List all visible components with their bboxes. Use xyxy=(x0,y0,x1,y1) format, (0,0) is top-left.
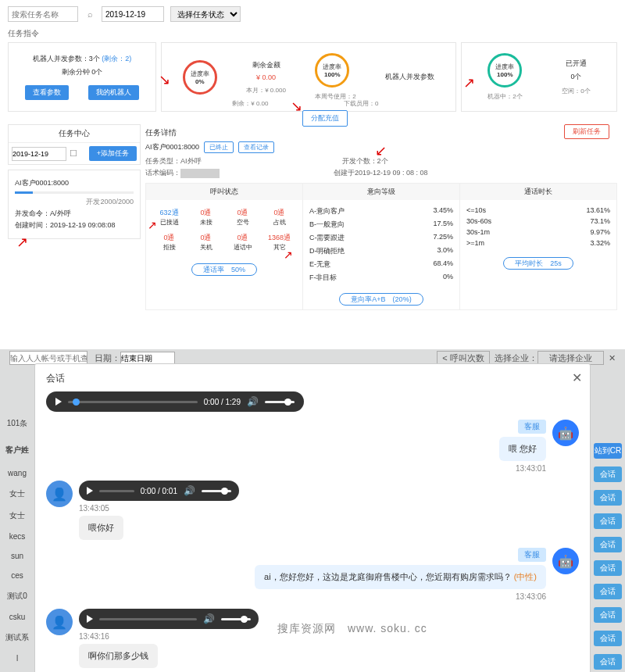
role-bot-tag: 客服 xyxy=(518,548,546,562)
view-params-button[interactable]: 查看参数 xyxy=(25,85,69,100)
audio-player-3[interactable]: 🔊 xyxy=(79,609,259,629)
ring-3: 进度率100% xyxy=(488,53,522,88)
task-item[interactable]: AI客户0001:8000 开发2000/2000 并发命令：A/外呼 创建时间… xyxy=(8,170,141,239)
msg-bubble: 喂 您好 xyxy=(499,437,546,461)
msg-ts: 13:43:16 xyxy=(79,632,259,641)
bg-right-tags: 站到CR会话会话会话会话会话会话会话会话会话 xyxy=(591,435,625,672)
audio-time-2: 0:00 / 0:01 xyxy=(141,487,177,495)
audio-player-main[interactable]: 0:00 / 1:29 🔊 xyxy=(46,391,304,412)
close-bg-icon[interactable]: ✕ xyxy=(609,353,616,363)
bg-name-cell[interactable]: ces xyxy=(0,566,34,585)
bg-name-cell[interactable]: 测试系 xyxy=(0,627,34,649)
task-type-text: 并发命令：A/外呼 xyxy=(15,209,134,219)
meta-type-val: AI外呼 xyxy=(180,157,202,165)
play-icon[interactable] xyxy=(55,398,62,406)
task-center-title: 任务中心 xyxy=(9,125,140,143)
status-cell[interactable]: 0通占线 xyxy=(261,205,298,230)
session-tag[interactable]: 会话 xyxy=(594,560,622,576)
dur-list: <=10s13.61%30s-60s73.1%30s-1m9.97%>=1m3.… xyxy=(460,200,616,253)
task-created-text: 创建时间：2019-12-19 09:08:08 xyxy=(15,220,134,231)
col-intent: 意向等级 xyxy=(303,184,459,200)
task-center-panel: 任务中心 ☐ +添加任务 xyxy=(8,124,141,165)
intent-row: C-需要跟进7.25% xyxy=(309,231,453,245)
status-cell[interactable]: 632通已接通 xyxy=(151,205,188,230)
refresh-button[interactable]: 刷新任务 xyxy=(564,124,609,139)
ring-2: 进度率100% xyxy=(315,53,349,88)
status-cell[interactable]: 0通通话中 xyxy=(224,230,261,255)
audio-time-1: 0:00 / 1:29 xyxy=(204,398,241,406)
session-tag[interactable]: 会话 xyxy=(594,631,622,646)
view-record-button[interactable]: 查看记录 xyxy=(238,141,274,153)
session-tag[interactable]: 会话 xyxy=(594,466,622,482)
bg-org-label: 选择企业： xyxy=(495,353,538,363)
bg-name-cell[interactable]: wang xyxy=(0,463,34,483)
duration-row: 30s-60s73.1% xyxy=(466,216,610,227)
audio-player-2[interactable]: 0:00 / 0:01 🔊 xyxy=(79,481,239,501)
conversation-modal: ✕ 会话 0:00 / 1:29 🔊 客服 喂 您好 13:43:01 🤖 👤 xyxy=(34,363,591,672)
session-tag[interactable]: 会话 xyxy=(594,537,622,552)
status-cell[interactable]: 0通未接 xyxy=(188,205,224,230)
status-select[interactable]: 选择任务状态 xyxy=(170,6,241,22)
session-tag[interactable]: 会话 xyxy=(594,513,622,529)
bot-avatar-icon: 🤖 xyxy=(552,548,579,574)
meta-type-label: 任务类型： xyxy=(145,157,180,165)
bg-date-label: 日期： xyxy=(95,353,120,363)
concurrency-stat: 机器人并发参数 xyxy=(385,72,434,82)
search-icon[interactable]: ⌕ xyxy=(84,9,95,20)
add-task-button[interactable]: +添加任务 xyxy=(89,146,137,161)
msg-bubble: 啊你们那多少钱 xyxy=(79,644,158,668)
session-tag[interactable]: 会话 xyxy=(594,584,622,599)
robot-card: 机器人并发参数：3个 (剩余：2) 剩余分钟 0个 查看参数 我的机器人 xyxy=(8,42,156,112)
status-cell[interactable]: 1368通其它 xyxy=(261,230,298,255)
bg-name-cell[interactable]: 女士 xyxy=(0,505,34,527)
remaining-min-text: 剩余分钟 0个 xyxy=(15,67,149,77)
session-tag[interactable]: 会话 xyxy=(594,654,622,670)
bg-name-cell[interactable]: l xyxy=(0,649,34,668)
session-tag[interactable]: 会话 xyxy=(594,607,622,623)
detail-title: 任务详情 xyxy=(145,127,177,138)
robot-remaining-link[interactable]: (剩余：2) xyxy=(102,55,131,63)
open-card: 进度率100% 机器中：2个 已开通 0个 空闲：0个 ↗ xyxy=(461,42,617,112)
gray-placeholder xyxy=(180,169,220,178)
task-date-input[interactable] xyxy=(12,147,66,161)
bg-name-cell[interactable]: kecs xyxy=(0,527,34,546)
meta-script-label: 话术编码： xyxy=(145,169,180,177)
intent-rate-button[interactable]: 意向率A+B (20%) xyxy=(339,293,423,306)
calendar-icon[interactable]: ☐ xyxy=(70,148,77,159)
date-input[interactable] xyxy=(102,6,164,22)
status-cell[interactable]: 0通拒接 xyxy=(151,230,188,255)
duration-row: 30s-1m9.97% xyxy=(466,227,610,238)
speaker-icon[interactable]: 🔊 xyxy=(184,485,195,496)
stats-card: 进度率0% 剩余金额 ¥ 0.00 本月：¥ 0.000 剩余：¥ 0.00 进… xyxy=(161,42,456,112)
status-cell[interactable]: 0通关机 xyxy=(188,230,224,255)
stopped-tag[interactable]: 已终止 xyxy=(204,141,234,153)
robot-concurrency-text: 机器人并发参数：3个 xyxy=(33,55,100,63)
duration-row: <=10s13.61% xyxy=(466,205,610,216)
sentiment-tag: (中性) xyxy=(514,572,537,581)
task-search-input[interactable] xyxy=(8,6,78,22)
bg-name-cell[interactable]: 测试0 xyxy=(0,585,34,607)
play-icon[interactable] xyxy=(87,487,93,495)
msg-ts: 13:43:06 xyxy=(255,592,546,601)
avg-dur-button[interactable]: 平均时长 25s xyxy=(503,257,573,270)
meta-count: 开发个数：2个 xyxy=(342,157,388,165)
col-call-status: 呼叫状态 xyxy=(146,184,302,200)
status-cell[interactable]: 0通空号 xyxy=(224,205,261,230)
duration-row: >=1m3.32% xyxy=(466,238,610,248)
my-robots-button[interactable]: 我的机器人 xyxy=(88,85,139,100)
user-avatar-icon: 👤 xyxy=(46,609,73,635)
bg-name-cell[interactable]: 女士 xyxy=(0,483,34,505)
bg-name-cell[interactable]: sun xyxy=(0,546,34,566)
modal-title: 会话 xyxy=(46,372,579,385)
close-icon[interactable]: ✕ xyxy=(572,370,582,385)
crm-button[interactable]: 站到CR xyxy=(594,443,622,459)
call-rate-button[interactable]: 通话率 50% xyxy=(191,263,257,276)
session-tag[interactable]: 会话 xyxy=(594,490,622,506)
intent-row: A-意向客户3.45% xyxy=(309,205,453,218)
ring-1: 进度率0% xyxy=(183,60,217,95)
status-grid: ↗ ↗ 632通已接通0通未接0通空号0通占线0通拒接0通关机0通通话中1368… xyxy=(146,200,302,259)
play-icon[interactable] xyxy=(87,615,93,623)
bg-name-cell[interactable]: csku xyxy=(0,607,34,627)
speaker-icon[interactable]: 🔊 xyxy=(247,396,259,407)
task-name: AI客户0001:8000 xyxy=(15,178,134,188)
